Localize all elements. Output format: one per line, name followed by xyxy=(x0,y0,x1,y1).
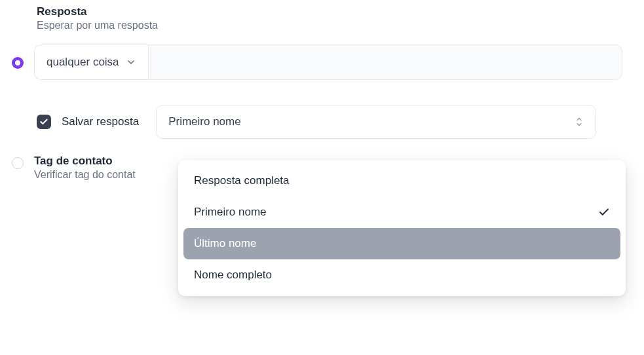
dropdown-option-label: Nome completo xyxy=(194,269,272,282)
tag-radio[interactable] xyxy=(12,157,24,169)
match-type-label: qualquer coisa xyxy=(47,56,119,69)
tag-subtitle: Verificar tag do contat xyxy=(34,169,136,181)
dropdown-option-label: Último nome xyxy=(194,237,256,250)
save-field-value: Primeiro nome xyxy=(168,115,241,128)
save-response-label: Salvar resposta xyxy=(62,115,139,128)
save-field-select[interactable]: Primeiro nome xyxy=(156,105,596,139)
dropdown-option[interactable]: Resposta completa xyxy=(183,165,620,196)
chevron-down-icon xyxy=(126,57,136,67)
dropdown-option[interactable]: Último nome xyxy=(183,228,620,259)
dropdown-option[interactable]: Nome completo xyxy=(183,259,620,291)
match-type-selector[interactable]: qualquer coisa xyxy=(34,45,148,80)
check-icon xyxy=(598,206,610,218)
save-response-checkbox[interactable] xyxy=(37,115,51,129)
response-input[interactable] xyxy=(148,45,622,80)
dropdown-option-label: Primeiro nome xyxy=(194,206,267,219)
response-title: Resposta xyxy=(37,5,644,18)
check-icon xyxy=(39,117,48,126)
save-field-dropdown: Resposta completaPrimeiro nomeÚltimo nom… xyxy=(178,160,626,296)
response-radio[interactable] xyxy=(12,57,24,69)
dropdown-option-label: Resposta completa xyxy=(194,174,290,187)
tag-title: Tag de contato xyxy=(34,155,136,168)
dropdown-option[interactable]: Primeiro nome xyxy=(183,196,620,228)
select-sort-icon xyxy=(575,115,584,128)
response-subtitle: Esperar por uma resposta xyxy=(37,20,644,31)
